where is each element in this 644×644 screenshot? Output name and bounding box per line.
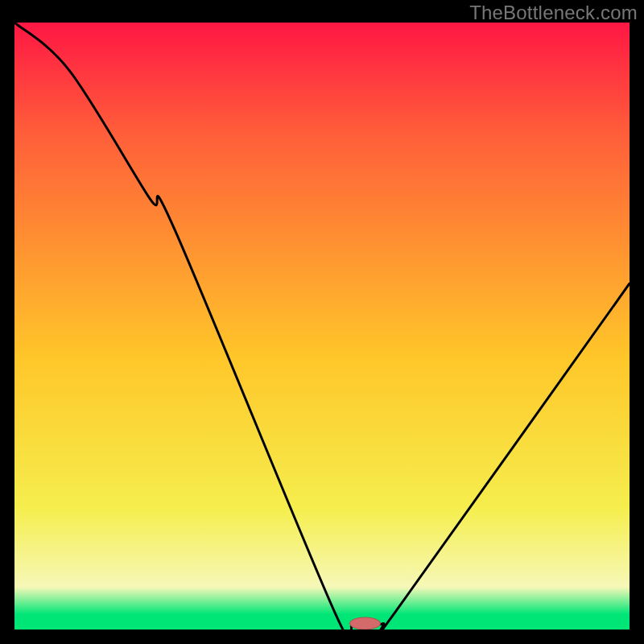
watermark-text: TheBottleneck.com (469, 2, 638, 24)
gradient-background (14, 23, 630, 630)
chart-frame: TheBottleneck.com (0, 0, 644, 644)
optimal-marker (349, 617, 380, 630)
plot-area (14, 23, 630, 630)
bottleneck-chart (14, 23, 630, 630)
